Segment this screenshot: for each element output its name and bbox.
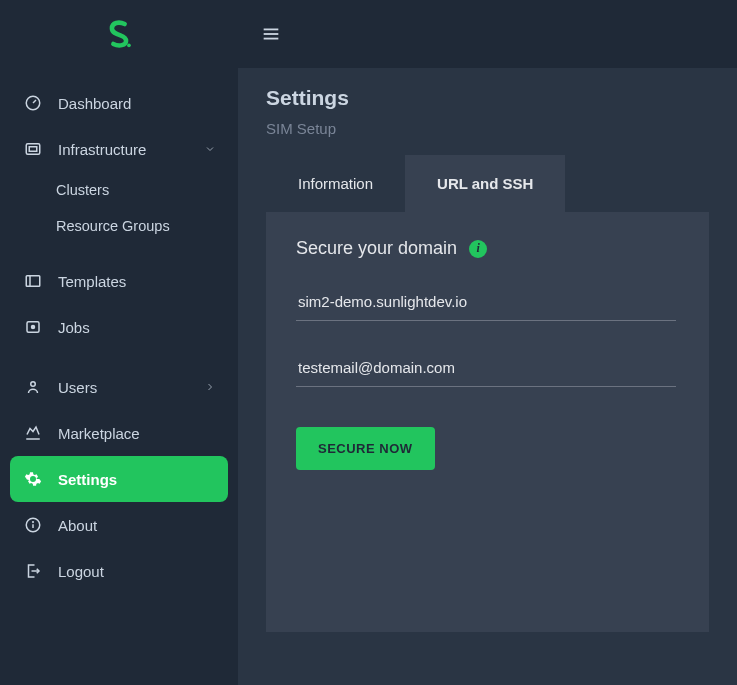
tabs: Information URL and SSH — [266, 155, 709, 212]
main-area: Settings SIM Setup Information URL and S… — [238, 0, 737, 685]
secure-now-button[interactable]: SECURE NOW — [296, 427, 435, 470]
gear-icon — [22, 468, 44, 490]
chevron-down-icon — [204, 143, 216, 155]
logout-icon — [22, 560, 44, 582]
sidebar-item-label: Infrastructure — [58, 141, 146, 158]
svg-rect-3 — [29, 147, 37, 152]
svg-point-7 — [32, 326, 35, 329]
page-subtitle: SIM Setup — [266, 120, 709, 137]
sidebar-item-users[interactable]: Users — [0, 364, 238, 410]
page-title: Settings — [266, 86, 709, 110]
sidebar: Dashboard Infrastructure Clusters Resour… — [0, 0, 238, 685]
info-tooltip-icon[interactable]: i — [469, 240, 487, 258]
svg-point-0 — [127, 43, 131, 47]
infrastructure-icon — [22, 138, 44, 160]
topbar — [238, 0, 737, 68]
sidebar-item-label: Settings — [58, 471, 117, 488]
sidebar-subitem-label: Resource Groups — [56, 218, 170, 234]
sidebar-subitem-resource-groups[interactable]: Resource Groups — [0, 208, 238, 244]
sidebar-item-jobs[interactable]: Jobs — [0, 304, 238, 350]
sidebar-item-label: Marketplace — [58, 425, 140, 442]
sidebar-item-label: Jobs — [58, 319, 90, 336]
sidebar-subitem-clusters[interactable]: Clusters — [0, 172, 238, 208]
templates-icon — [22, 270, 44, 292]
jobs-icon — [22, 316, 44, 338]
sidebar-item-dashboard[interactable]: Dashboard — [0, 80, 238, 126]
brand-logo — [102, 17, 136, 51]
chevron-right-icon — [204, 381, 216, 393]
sidebar-item-about[interactable]: About — [0, 502, 238, 548]
svg-point-8 — [31, 382, 36, 387]
info-icon — [22, 514, 44, 536]
tab-label: Information — [298, 175, 373, 192]
sidebar-item-settings[interactable]: Settings — [10, 456, 228, 502]
sidebar-item-templates[interactable]: Templates — [0, 258, 238, 304]
section-heading: Secure your domain i — [296, 238, 679, 259]
sidebar-item-infrastructure[interactable]: Infrastructure — [0, 126, 238, 172]
svg-rect-4 — [26, 276, 40, 287]
svg-rect-2 — [26, 144, 40, 155]
tab-url-and-ssh[interactable]: URL and SSH — [405, 155, 565, 212]
s-logo-icon — [102, 17, 136, 51]
tab-label: URL and SSH — [437, 175, 533, 192]
marketplace-icon — [22, 422, 44, 444]
section-heading-text: Secure your domain — [296, 238, 457, 259]
panel-url-and-ssh: Secure your domain i SECURE NOW — [266, 212, 709, 632]
users-icon — [22, 376, 44, 398]
sidebar-item-label: Templates — [58, 273, 126, 290]
nav-menu: Dashboard Infrastructure Clusters Resour… — [0, 68, 238, 606]
sidebar-subitem-label: Clusters — [56, 182, 109, 198]
sidebar-item-label: Users — [58, 379, 97, 396]
hamburger-icon[interactable] — [260, 23, 282, 45]
logo-area — [0, 0, 238, 68]
sidebar-item-label: Logout — [58, 563, 104, 580]
content: Settings SIM Setup Information URL and S… — [238, 68, 737, 650]
dashboard-icon — [22, 92, 44, 114]
svg-point-12 — [33, 522, 34, 523]
sidebar-item-label: Dashboard — [58, 95, 131, 112]
sidebar-item-logout[interactable]: Logout — [0, 548, 238, 594]
email-input[interactable] — [296, 349, 676, 387]
sidebar-item-marketplace[interactable]: Marketplace — [0, 410, 238, 456]
sidebar-item-label: About — [58, 517, 97, 534]
tab-information[interactable]: Information — [266, 155, 405, 212]
domain-input[interactable] — [296, 283, 676, 321]
